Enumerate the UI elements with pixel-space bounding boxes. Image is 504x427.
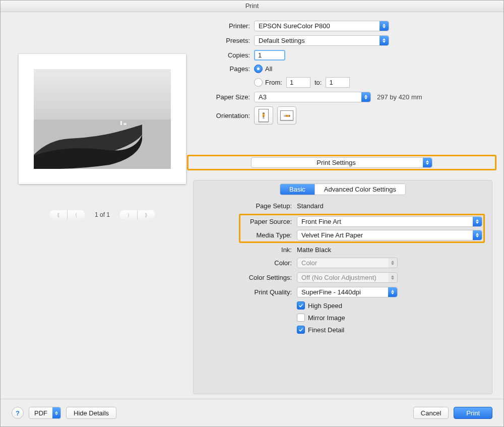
pager-count: 1 of 1 <box>95 211 110 218</box>
help-button[interactable]: ? <box>12 407 24 419</box>
mirror-image-label: Mirror Image <box>308 314 345 322</box>
high-speed-checkbox[interactable] <box>297 301 305 310</box>
print-quality-select[interactable]: SuperFine - 1440dpi <box>297 287 398 297</box>
person-rotated-icon: 🧍 <box>284 112 290 119</box>
pages-to-label: to: <box>314 79 322 86</box>
color-select: Color <box>297 258 398 268</box>
orientation-landscape-button[interactable]: 🧍 <box>277 106 296 125</box>
orientation-portrait-button[interactable]: 🧍 <box>254 106 273 125</box>
finest-detail-label: Finest Detail <box>308 326 344 334</box>
media-type-label: Media Type: <box>241 231 292 239</box>
high-speed-label: High Speed <box>308 302 342 310</box>
pages-label: Pages: <box>202 65 250 73</box>
paper-size-dimensions: 297 by 420 mm <box>377 93 422 101</box>
presets-select[interactable]: Default Settings <box>254 35 389 46</box>
copies-input[interactable]: 1 <box>254 50 285 60</box>
svg-rect-2 <box>120 121 122 125</box>
hide-details-button[interactable]: Hide Details <box>66 407 116 419</box>
tab-advanced-color[interactable]: Advanced Color Settings <box>314 184 405 195</box>
orientation-label: Orientation: <box>202 112 250 119</box>
pages-from-input[interactable]: 1 <box>286 77 310 88</box>
color-label: Color: <box>194 259 292 267</box>
preview-image <box>34 69 171 169</box>
color-settings-label: Color Settings: <box>194 274 292 281</box>
window-title: Print <box>1 1 503 12</box>
print-settings-panel: Basic Advanced Color Settings Page Setup… <box>193 180 492 394</box>
paper-size-label: Paper Size: <box>202 93 250 101</box>
person-icon: 🧍 <box>260 112 267 119</box>
print-dialog: Print <box>0 0 504 427</box>
pages-all-label: All <box>265 65 272 73</box>
pager-next-button[interactable]: ⟩ <box>120 210 137 219</box>
mirror-image-checkbox[interactable] <box>297 314 305 322</box>
finest-detail-row: Finest Detail <box>297 326 492 334</box>
high-speed-row: High Speed <box>297 301 492 310</box>
pages-to-input[interactable]: 1 <box>326 77 350 88</box>
pdf-menu-button[interactable]: PDF <box>29 407 61 419</box>
printer-select[interactable]: EPSON SureColor P800 <box>254 21 389 31</box>
settings-tabs: Basic Advanced Color Settings <box>280 184 406 195</box>
page-setup-value: Standard <box>297 202 324 210</box>
pages-range-radio[interactable] <box>254 78 263 87</box>
copies-label: Copies: <box>202 51 250 59</box>
section-select[interactable]: Print Settings <box>251 157 432 168</box>
paper-source-label: Paper Source: <box>241 218 292 225</box>
finest-detail-checkbox[interactable] <box>297 326 305 334</box>
color-settings-select: Off (No Color Adjustment) <box>297 272 398 283</box>
printer-label: Printer: <box>202 22 250 30</box>
svg-rect-3 <box>123 123 127 125</box>
ink-value: Matte Black <box>297 246 331 254</box>
ink-label: Ink: <box>194 246 292 254</box>
print-quality-label: Print Quality: <box>194 288 292 296</box>
print-button[interactable]: Print <box>454 407 492 419</box>
paper-media-highlight: Paper Source: Front Fine Art Media Type:… <box>239 214 485 243</box>
pages-all-radio[interactable] <box>254 65 263 73</box>
section-selector-highlight: Print Settings <box>187 155 496 170</box>
paper-source-select[interactable]: Front Fine Art <box>297 216 482 227</box>
print-preview <box>19 54 186 184</box>
pages-from-label: From: <box>265 79 282 86</box>
tab-basic[interactable]: Basic <box>280 184 314 195</box>
media-type-select[interactable]: Velvet Fine Art Paper <box>297 230 482 240</box>
button-bar: ? PDF Hide Details Cancel Print <box>1 399 503 426</box>
cancel-button[interactable]: Cancel <box>413 407 449 419</box>
pager-last-button[interactable]: ⟫ <box>137 210 155 219</box>
presets-label: Presets: <box>202 37 250 44</box>
page-setup-label: Page Setup: <box>194 202 292 210</box>
mirror-image-row: Mirror Image <box>297 314 492 322</box>
pager-first-button[interactable]: ⟪ <box>50 210 67 219</box>
pager-prev-button[interactable]: ⟨ <box>67 210 85 219</box>
preview-pager: ⟪ ⟨ 1 of 1 ⟩ ⟫ <box>19 210 186 219</box>
paper-size-select[interactable]: A3 <box>254 92 371 102</box>
